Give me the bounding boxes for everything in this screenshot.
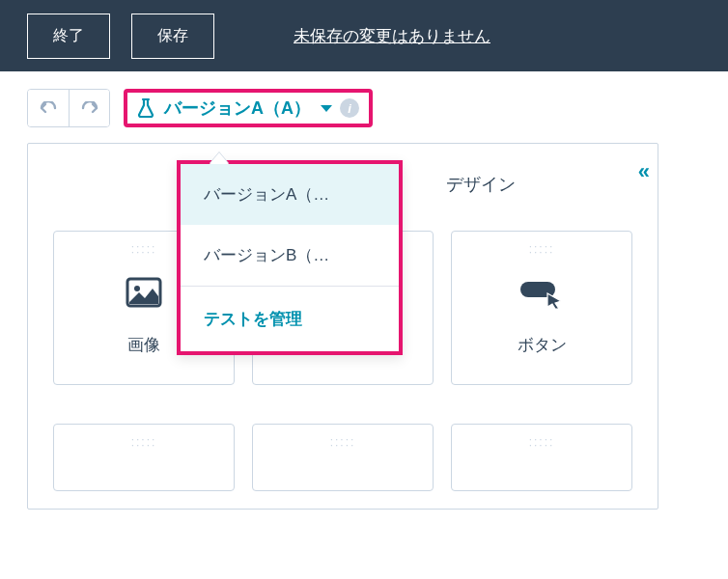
module-card-placeholder[interactable]: ·········· bbox=[451, 424, 632, 491]
image-icon bbox=[126, 272, 162, 313]
version-option-a[interactable]: バージョンA（… bbox=[181, 164, 399, 225]
module-card-label: 画像 bbox=[127, 334, 160, 356]
exit-button[interactable]: 終了 bbox=[27, 14, 110, 59]
drag-handle-icon: ·········· bbox=[529, 243, 555, 255]
dropdown-caret-icon bbox=[210, 152, 229, 164]
version-selector-highlight: バージョンA（A） i bbox=[124, 89, 373, 127]
save-status-link[interactable]: 未保存の変更はありません bbox=[294, 25, 490, 47]
undo-icon bbox=[39, 101, 58, 115]
top-bar: 終了 保存 未保存の変更はありません bbox=[0, 0, 728, 71]
flask-icon bbox=[137, 97, 154, 119]
save-button[interactable]: 保存 bbox=[131, 14, 214, 59]
module-cards-row-2: ·········· ·········· ·········· bbox=[28, 402, 658, 509]
redo-button[interactable] bbox=[69, 90, 109, 126]
drag-handle-icon: ·········· bbox=[131, 436, 157, 448]
version-dropdown: バージョンA（… バージョンB（… テストを管理 bbox=[177, 160, 403, 355]
drag-handle-icon: ·········· bbox=[131, 243, 157, 255]
chevron-down-icon bbox=[321, 105, 332, 112]
collapse-panel-button[interactable]: « bbox=[638, 159, 644, 184]
toolbar-row: バージョンA（A） i bbox=[0, 71, 728, 137]
version-selector-label: バージョンA（A） bbox=[164, 96, 311, 120]
info-icon[interactable]: i bbox=[340, 98, 359, 118]
version-option-b[interactable]: バージョンB（… bbox=[181, 225, 399, 286]
svg-point-1 bbox=[134, 286, 140, 291]
redo-icon bbox=[80, 101, 99, 115]
module-card-button[interactable]: ·········· ボタン bbox=[451, 231, 632, 385]
button-icon bbox=[518, 272, 565, 313]
drag-handle-icon: ·········· bbox=[529, 436, 555, 448]
undo-redo-group bbox=[27, 89, 110, 127]
double-chevron-left-icon: « bbox=[638, 159, 644, 183]
undo-button[interactable] bbox=[28, 90, 69, 126]
module-card-label: ボタン bbox=[518, 334, 567, 356]
version-selector[interactable]: バージョンA（A） bbox=[137, 96, 332, 120]
drag-handle-icon: ·········· bbox=[330, 436, 356, 448]
module-card-placeholder[interactable]: ·········· bbox=[252, 424, 434, 491]
manage-test-link[interactable]: テストを管理 bbox=[181, 287, 399, 351]
module-card-placeholder[interactable]: ·········· bbox=[53, 424, 235, 491]
